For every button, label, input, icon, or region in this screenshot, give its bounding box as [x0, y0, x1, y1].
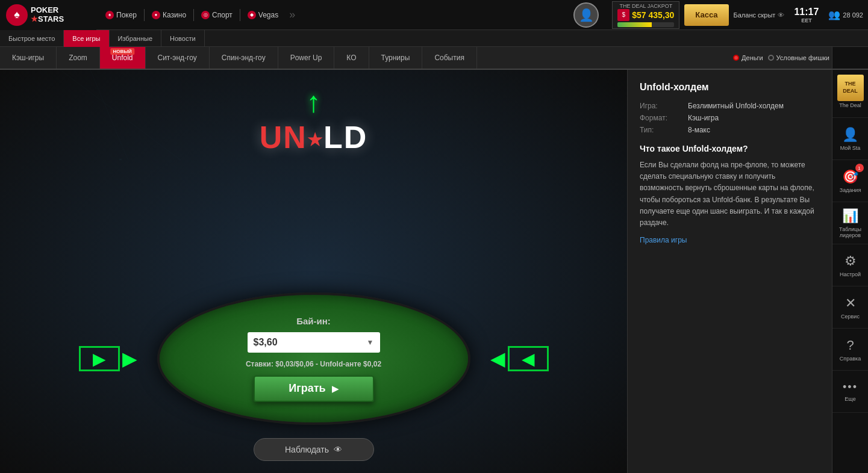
play-icon: ▶: [332, 384, 339, 394]
nav-sep-1: [144, 9, 145, 21]
svg-line-0: [0, 130, 181, 160]
nav-sport[interactable]: ◎ Спорт: [195, 8, 239, 22]
main-content: ↑ UN★LD ▶ ▶ ◀ ◀ Бай-ин:: [0, 70, 868, 473]
sub-nav-favorites[interactable]: Избранные: [110, 30, 162, 47]
balance-area: Баланс скрыт 👁: [734, 11, 785, 19]
sidebar-item-more[interactable]: ••• Еще: [832, 371, 869, 413]
sidebar: THEDEAL The Deal 👤 Мой Sta 🎯 Задания 1 📊…: [832, 70, 868, 473]
top-bar: ♠ POKER★STARS ♠ Покер ● Казино ◎ Спорт ◆…: [0, 0, 868, 30]
right-arrow-icon: ◀: [522, 349, 535, 369]
jackpot-icon: $: [617, 9, 629, 21]
dropdown-arrow-icon: ▼: [367, 338, 374, 347]
nav-poker[interactable]: ♠ Покер: [99, 8, 143, 22]
svg-point-12: [119, 159, 122, 160]
jackpot-area: THE DEAL JACKPOT $ $57 435,30: [612, 1, 679, 29]
sidebar-item-service[interactable]: ✕ Сервис: [832, 286, 869, 329]
svg-line-8: [60, 130, 181, 160]
poker-icon: ♠: [105, 11, 114, 19]
info-row-format: Формат: Кэш-игра: [640, 114, 820, 122]
real-money-radio: [733, 55, 739, 61]
tab-sit-go[interactable]: Сит-энд-гоу: [146, 47, 210, 69]
sidebar-item-settings[interactable]: ⚙ Настрой: [832, 244, 869, 286]
nav-casino[interactable]: ● Казино: [146, 8, 192, 22]
sub-nav-news[interactable]: Новости: [161, 30, 205, 47]
top-nav: ♠ Покер ● Казино ◎ Спорт ◆ Vegas »: [99, 8, 299, 22]
svg-line-6: [90, 70, 181, 160]
svg-line-2: [120, 100, 181, 160]
users-count: 👥 28 092: [828, 9, 868, 20]
right-arrow-2-icon: ◀: [490, 347, 505, 370]
tab-power-up[interactable]: Power Up: [278, 47, 335, 69]
info-panel: Unfold-холдем Игра: Безлимитный Unfold-х…: [627, 70, 832, 473]
sidebar-item-help[interactable]: ? Справка: [832, 329, 869, 371]
nav-vegas[interactable]: ◆ Vegas: [242, 8, 284, 22]
up-arrow-icon: ↑: [260, 88, 367, 117]
buyin-dropdown[interactable]: $3,60 ▼: [248, 332, 380, 353]
tab-ko[interactable]: КО: [334, 47, 369, 69]
sidebar-item-wrap-tasks: 🎯 Задания 1: [832, 160, 869, 202]
tab-tournaments[interactable]: Турниры: [369, 47, 423, 69]
play-button[interactable]: Играть ▶: [254, 376, 374, 402]
help-icon: ?: [846, 338, 854, 353]
sport-icon: ◎: [201, 11, 210, 19]
sidebar-item-mystars[interactable]: 👤 Мой Sta: [832, 118, 869, 160]
logo-text: POKER★STARS: [31, 6, 64, 23]
play-money-option[interactable]: Условные фишки: [768, 54, 829, 61]
jackpot-bar: [617, 22, 651, 27]
tabs-bar-row: Кэш-игры Zoom НОВЫЙ Unfold Сит-энд-гоу С…: [0, 47, 868, 70]
tabs-right-panel: [832, 47, 868, 70]
logo: ♠ POKER★STARS: [0, 0, 96, 30]
table-area: ▶ ▶ ◀ ◀ Бай-ин: $3,60 ▼ Ставки: $0,03/$0…: [157, 292, 470, 425]
real-money-option[interactable]: Деньги: [733, 54, 763, 61]
play-money-radio: [768, 55, 774, 61]
tab-unfold[interactable]: НОВЫЙ Unfold: [100, 47, 146, 69]
wrench-icon: ✕: [845, 295, 856, 311]
avatar: 👤: [573, 2, 599, 28]
vegas-icon: ◆: [248, 11, 256, 19]
svg-line-7: [120, 70, 181, 160]
tab-spin-go[interactable]: Спин-энд-гоу: [210, 47, 278, 69]
ellipsis-icon: •••: [843, 381, 858, 394]
leaderboard-icon: 📊: [842, 208, 858, 224]
info-row-game: Игра: Безлимитный Unfold-холдем: [640, 102, 820, 110]
sidebar-item-leaderboards[interactable]: 📊 Таблицы лидеров: [832, 202, 869, 244]
tasks-badge: 1: [855, 164, 864, 172]
top-right-area: 👤 THE DEAL JACKPOT $ $57 435,30 Касса Ба…: [565, 0, 868, 30]
nav-more-icon[interactable]: »: [286, 8, 299, 21]
right-arrow-group: ◀ ◀: [490, 346, 549, 371]
gear-icon: ⚙: [845, 253, 857, 269]
poker-table: Бай-ин: $3,60 ▼ Ставки: $0,03/$0,06 - Un…: [157, 292, 470, 425]
unfold-title: UN★LD: [260, 119, 367, 155]
watch-button[interactable]: Наблюдать 👁: [254, 438, 374, 461]
nav-sep-3: [240, 9, 240, 21]
logo-icon: ♠: [6, 4, 28, 26]
money-options: Деньги Условные фишки: [733, 47, 832, 69]
new-badge: НОВЫЙ: [110, 48, 134, 55]
right-arrow-outline: ◀: [508, 346, 549, 371]
sub-nav-quick[interactable]: Быстрое место: [0, 30, 64, 47]
cashier-button[interactable]: Касса: [684, 4, 728, 26]
sub-nav-all[interactable]: Все игры: [64, 30, 109, 47]
balance-hidden: Баланс скрыт 👁: [734, 11, 785, 19]
tab-zoom[interactable]: Zoom: [57, 47, 100, 69]
jackpot-progress: [617, 22, 674, 27]
casino-icon: ●: [152, 11, 160, 19]
game-tabs: Кэш-игры Zoom НОВЫЙ Unfold Сит-энд-гоу С…: [0, 47, 832, 70]
star-icon: ★: [307, 130, 323, 150]
bg-lines: [0, 70, 181, 160]
eye-icon: 👁: [778, 11, 784, 19]
sidebar-item-deal[interactable]: THEDEAL The Deal: [832, 70, 869, 118]
left-arrow-2-icon: ▶: [122, 347, 137, 370]
unfold-logo-area: ↑ UN★LD: [260, 88, 367, 155]
users-icon: 👥: [828, 9, 840, 20]
tab-events[interactable]: События: [422, 47, 477, 69]
left-arrow-outline: ▶: [79, 346, 120, 371]
time-display: 11:17 EET: [789, 7, 823, 23]
tab-cash[interactable]: Кэш-игры: [0, 47, 57, 69]
center-panel: ↑ UN★LD ▶ ▶ ◀ ◀ Бай-ин:: [0, 70, 627, 473]
deal-jackpot-icon: THEDEAL: [837, 75, 864, 101]
target-icon: 🎯: [842, 169, 858, 185]
info-row-type: Тип: 8-макс: [640, 126, 820, 134]
user-icon: 👤: [842, 127, 858, 143]
svg-line-1: [60, 70, 181, 160]
